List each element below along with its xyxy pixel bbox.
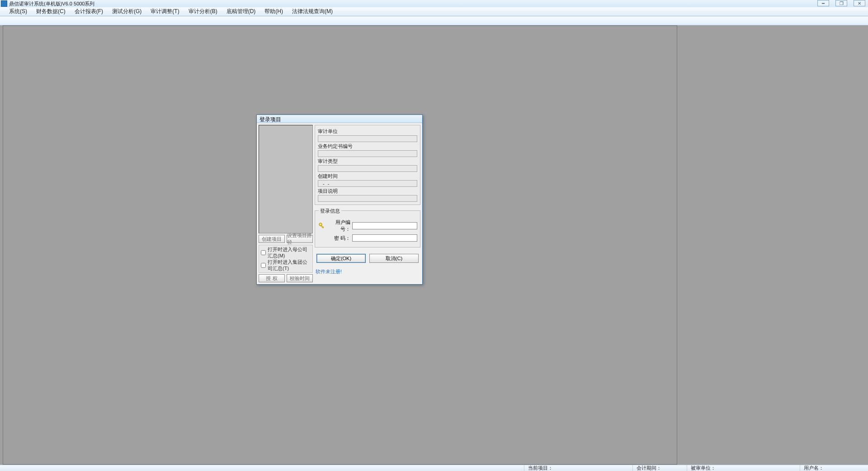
authorize-button[interactable]: 授 权	[259, 274, 285, 282]
checkbox-parent-summary-input[interactable]	[261, 250, 266, 255]
menubar: 系统(S) 财务数据(C) 会计报表(F) 测试分析(G) 审计调整(T) 审计…	[0, 7, 868, 16]
ok-button[interactable]: 确定(OK)	[316, 254, 366, 263]
menu-audit-adjust[interactable]: 审计调整(T)	[146, 7, 184, 16]
status-audited-unit: 被审单位：	[687, 465, 800, 471]
checkbox-group-summary-input[interactable]	[261, 263, 266, 268]
minimize-button[interactable]: ━	[817, 0, 829, 6]
user-id-input[interactable]	[352, 222, 417, 229]
checkbox-group-summary[interactable]: 打开时进入集团公司汇总(T)	[261, 259, 311, 271]
key-icon	[318, 222, 326, 230]
status-current-project-label: 当前项目：	[528, 465, 553, 471]
password-input[interactable]	[352, 234, 417, 242]
menu-help[interactable]: 帮助(H)	[260, 7, 288, 16]
checkbox-group-summary-label: 打开时进入集团公司汇总(T)	[268, 259, 311, 271]
audit-unit-label: 审计单位	[318, 128, 417, 135]
unregistered-link[interactable]: 软件未注册!	[315, 268, 420, 275]
password-label: 密 码：	[327, 235, 350, 242]
login-dialog: 登录项目 创建项目 设置项目路径 打开时进入母公司汇总(M) 打开时进入集团公司…	[256, 114, 423, 285]
contract-no-label: 业务约定书编号	[318, 143, 417, 150]
user-id-label: 用户编号：	[327, 219, 350, 233]
verify-time-button[interactable]: 校验时间	[287, 274, 313, 282]
app-title: 鼎信诺审计系统(单机版)V6.0 5000系列	[9, 0, 94, 7]
login-group-caption: 登录信息	[319, 208, 341, 214]
create-time-value: - -	[319, 181, 330, 186]
svg-point-1	[320, 224, 321, 225]
menu-finance-data[interactable]: 财务数据(C)	[32, 7, 70, 16]
checkbox-parent-summary-label: 打开时进入母公司汇总(M)	[268, 246, 311, 259]
checkbox-area: 打开时进入母公司汇总(M) 打开时进入集团公司汇总(T)	[259, 245, 313, 273]
status-current-project: 当前项目：	[524, 465, 633, 471]
spacer-icon	[318, 234, 326, 242]
menu-audit-analysis[interactable]: 审计分析(B)	[184, 7, 222, 16]
proj-desc-label: 项目说明	[318, 188, 417, 195]
set-project-path-button[interactable]: 设置项目路径	[287, 235, 313, 243]
contract-no-field[interactable]	[318, 150, 417, 157]
status-spacer	[0, 465, 524, 471]
status-username: 用户名：	[800, 465, 868, 471]
close-button[interactable]: ✕	[854, 0, 865, 6]
menu-workpaper-manage[interactable]: 底稿管理(D)	[222, 7, 260, 16]
window-controls: ━ ❐ ✕	[817, 0, 865, 6]
status-period-label: 会计期间：	[637, 465, 661, 471]
ribbon-strip	[0, 16, 868, 25]
checkbox-parent-summary[interactable]: 打开时进入母公司汇总(M)	[261, 246, 311, 259]
audit-unit-field[interactable]	[318, 135, 417, 142]
menu-law-query[interactable]: 法律法规查询(M)	[288, 7, 337, 16]
menu-test-analysis[interactable]: 测试分析(G)	[108, 7, 146, 16]
menu-system[interactable]: 系统(S)	[5, 7, 32, 16]
statusbar: 当前项目： 会计期间： 被审单位： 用户名：	[0, 465, 868, 471]
status-audited-unit-label: 被审单位：	[691, 465, 716, 471]
login-info-group: 登录信息 用户编号： 密 码：	[315, 210, 420, 247]
cancel-button[interactable]: 取消(C)	[369, 254, 419, 263]
app-icon	[1, 0, 7, 7]
titlebar: 鼎信诺审计系统(单机版)V6.0 5000系列 ━ ❐ ✕	[0, 0, 868, 7]
menu-accounting-report[interactable]: 会计报表(F)	[70, 7, 108, 16]
maximize-button[interactable]: ❐	[835, 0, 847, 6]
status-username-label: 用户名：	[804, 465, 824, 471]
proj-desc-field[interactable]	[318, 195, 417, 202]
audit-type-field[interactable]	[318, 165, 417, 172]
dialog-right-pane: 审计单位 业务约定书编号 审计类型 创建时间 - - 项目说明 登录信息	[315, 125, 420, 282]
create-project-button[interactable]: 创建项目	[259, 235, 285, 243]
project-info-group: 审计单位 业务约定书编号 审计类型 创建时间 - - 项目说明	[315, 125, 420, 205]
project-tree[interactable]	[259, 125, 313, 233]
create-time-label: 创建时间	[318, 173, 417, 180]
dialog-left-pane: 创建项目 设置项目路径 打开时进入母公司汇总(M) 打开时进入集团公司汇总(T)…	[259, 125, 313, 282]
dialog-title: 登录项目	[257, 115, 422, 123]
audit-type-label: 审计类型	[318, 158, 417, 165]
status-period: 会计期间：	[633, 465, 687, 471]
